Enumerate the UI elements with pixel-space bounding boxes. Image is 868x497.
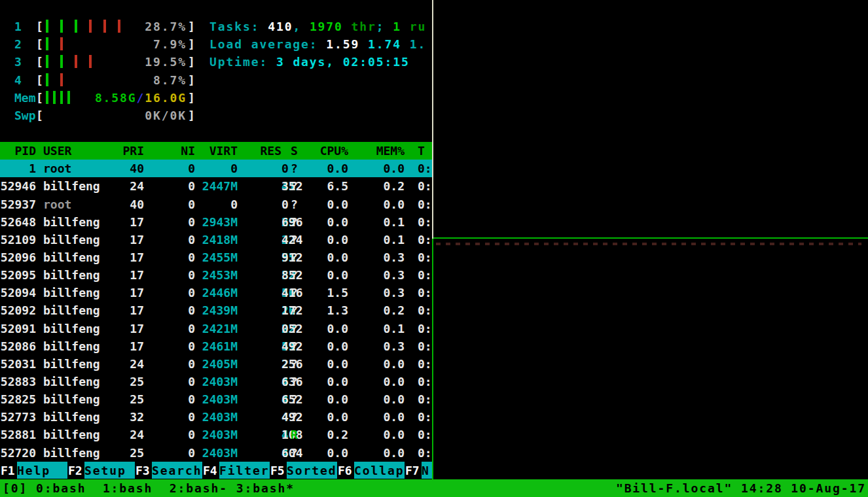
fkey-f1-help[interactable]: F1Help — [0, 462, 67, 479]
cell-priority: 17 — [98, 213, 144, 231]
cell-time: 0: — [418, 373, 432, 390]
cell-priority: 40 — [98, 196, 144, 213]
cell-cpu-percent: 0.0 — [308, 373, 348, 390]
fkey-f3-search[interactable]: F3Search — [135, 462, 202, 479]
column-header-res[interactable]: RES — [239, 142, 281, 160]
tmux-window-0[interactable]: 0:bash — [36, 481, 94, 495]
process-row[interactable]: 52096billfeng1702455M55912?0.00.30: — [0, 248, 432, 266]
fkey-f5-sorted[interactable]: F5Sorted — [270, 462, 337, 479]
clock-pane[interactable] — [434, 0, 868, 238]
meter-bar — [75, 55, 77, 68]
column-header-time[interactable]: T — [418, 142, 432, 160]
process-row[interactable]: 52648billfeng1702943M23696?0.00.10: — [0, 213, 432, 231]
fkey-label: Setup — [84, 462, 135, 479]
fkey-f7-n[interactable]: F7N — [405, 462, 432, 479]
meter-bar — [46, 37, 48, 50]
process-row[interactable]: 1root40000?0.00.00: — [0, 160, 432, 177]
column-header-virt[interactable]: VIRT — [196, 142, 238, 160]
cell-cpu-percent: 0.0 — [308, 231, 348, 248]
cell-state: ? — [291, 320, 300, 337]
tmux-status-right: "Bill-F.local" 14:28 10-Aug-17 — [616, 479, 866, 497]
process-row[interactable]: 52091billfeng1702421M22052?0.00.10: — [0, 320, 432, 337]
cell-priority: 32 — [98, 408, 144, 426]
cell-mem-percent: 0.0 — [364, 373, 405, 390]
column-header-cpu[interactable]: CPU% — [308, 142, 348, 160]
cell-priority: 17 — [98, 248, 144, 266]
meter-close-bracket: ] — [188, 18, 195, 35]
cell-virt: 2439M — [196, 301, 238, 319]
meter-open-bracket: [ — [36, 89, 43, 107]
cell-virt: 2405M — [196, 355, 238, 373]
cell-nice: 0 — [157, 160, 195, 177]
fkey-f4-filter[interactable]: F4Filter — [202, 462, 270, 479]
pane-divider-vertical[interactable] — [432, 0, 433, 239]
meter-close-bracket: ] — [188, 35, 195, 53]
cpu-percent: 28.7% — [145, 18, 187, 35]
process-table: PIDUSERPRINIVIRTRESSCPU%MEM%T1root40000?… — [0, 142, 432, 462]
cell-cpu-percent: 0.0 — [308, 248, 348, 266]
meter-body: 8.58G/16.0G — [43, 89, 188, 107]
process-row[interactable]: 52031billfeng2402405M2256?0.00.00: — [0, 355, 432, 373]
cell-pid: 52946 — [0, 177, 36, 195]
fkey-label: Filter — [219, 462, 270, 479]
fkey-label: Collap — [354, 462, 405, 479]
column-header-s[interactable]: S — [291, 142, 300, 160]
cell-state: ? — [291, 444, 300, 462]
cell-mem-percent: 0.0 — [364, 390, 405, 408]
cell-time: 0: — [418, 301, 432, 319]
cell-pid: 52937 — [0, 196, 36, 213]
column-header-pid[interactable]: PID — [0, 142, 36, 160]
cell-time: 0: — [418, 248, 432, 266]
cell-state: ? — [291, 196, 300, 213]
process-row[interactable]: 52094billfeng1702446M56416?1.50.30: — [0, 284, 432, 301]
process-row[interactable]: 52773billfeng3202403M4492?0.00.00: — [0, 408, 432, 426]
tasks-summary-segment: ; — [376, 20, 393, 33]
htop-pane[interactable]: 1[28.7%]2[7.9%]3[19.5%]4[8.7%]Mem[8.58G/… — [0, 0, 432, 479]
cell-virt: 2403M — [196, 373, 238, 390]
meter-label: Mem — [14, 89, 38, 107]
tmux-window-1[interactable]: 1:bash — [103, 481, 161, 495]
cell-virt: 0 — [196, 160, 238, 177]
process-row[interactable]: 52720billfeng2502403M4604?0.00.00: — [0, 444, 432, 462]
cell-mem-percent: 0.0 — [364, 444, 405, 462]
tmux-window-2[interactable]: 2:bash- — [170, 481, 228, 495]
process-row[interactable]: 52092billfeng1702439M26172?1.30.20: — [0, 301, 432, 319]
process-row[interactable]: 52883billfeng2502403M4636?0.00.00: — [0, 373, 432, 390]
cell-mem-percent: 0.0 — [364, 160, 405, 177]
cell-mem-percent: 0.2 — [364, 301, 405, 319]
load-average: Load average: 1.59 1.74 1. — [209, 35, 432, 53]
terminal-pane[interactable]: ► hostnameBill-F.local► pwd/Users/billfe… — [434, 240, 868, 479]
process-row[interactable]: 52881billfeng2402403M4108R0.20.00: — [0, 426, 432, 443]
process-row[interactable]: 52937root40000?0.00.00: — [0, 196, 432, 213]
pane-divider-vertical-active[interactable] — [432, 239, 433, 479]
load-average-segment: 1.59 — [326, 37, 368, 51]
column-header-mem[interactable]: MEM% — [364, 142, 405, 160]
process-row[interactable]: 52825billfeng2502403M4652?0.00.00: — [0, 390, 432, 408]
cell-state: ? — [291, 177, 300, 195]
process-row[interactable]: 52946billfeng2402447M41352?6.50.20: — [0, 177, 432, 195]
cell-pid: 52825 — [0, 390, 36, 408]
process-row[interactable]: 52086billfeng1702461M51492?0.00.30: — [0, 337, 432, 355]
table-header: PIDUSERPRINIVIRTRESSCPU%MEM%T — [0, 142, 432, 160]
cell-nice: 0 — [157, 320, 195, 337]
cell-mem-percent: 0.3 — [364, 284, 405, 301]
meter-label: 2 — [14, 35, 38, 53]
fkey-f6-collap[interactable]: F6Collap — [337, 462, 405, 479]
fkey-key: F6 — [337, 462, 353, 479]
fkey-f2-setup[interactable]: F2Setup — [67, 462, 135, 479]
uptime-segment: Uptime: — [209, 55, 276, 69]
column-header-pri[interactable]: PRI — [98, 142, 144, 160]
process-row[interactable]: 52095billfeng1702453M52852?0.00.30: — [0, 266, 432, 284]
cell-priority: 17 — [98, 337, 144, 355]
meter-bar — [53, 91, 56, 104]
cell-state: ? — [291, 160, 300, 177]
fkey-label: Sorted — [287, 462, 337, 479]
cell-nice: 0 — [157, 426, 195, 443]
cell-time: 0: — [418, 160, 432, 177]
process-row[interactable]: 52109billfeng1702418M22424?0.00.10: — [0, 231, 432, 248]
tmux-window-3[interactable]: 3:bash* — [236, 481, 295, 495]
cell-time: 0: — [418, 355, 432, 373]
memory-separator: / — [137, 91, 145, 105]
pane-divider-horizontal-active[interactable] — [433, 237, 868, 239]
column-header-ni[interactable]: NI — [157, 142, 195, 160]
